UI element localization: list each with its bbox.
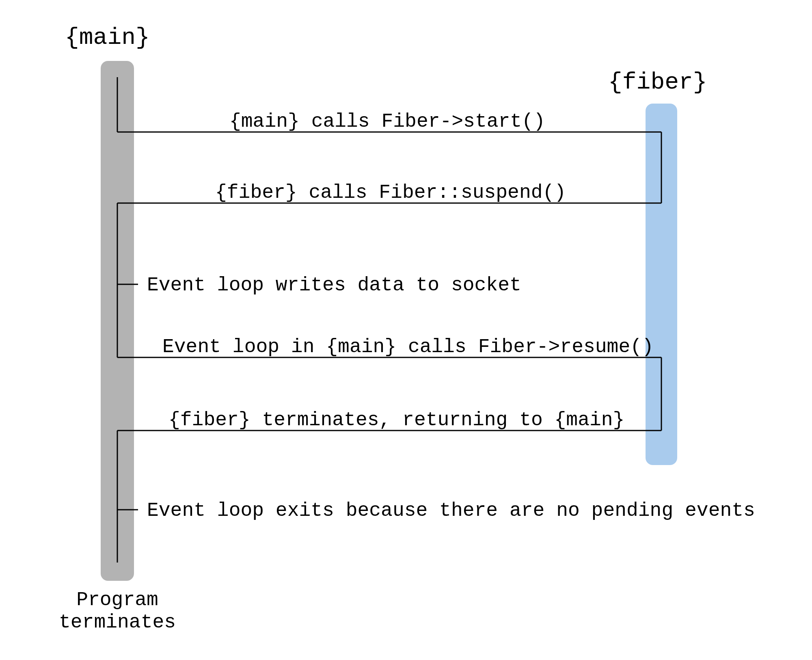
message-1-label: {main} calls Fiber->start() — [229, 110, 545, 132]
message-6-label: Event loop exits because there are no pe… — [147, 500, 755, 522]
program-terminates-label: Program terminates — [59, 589, 176, 634]
sequence-diagram: {main} {fiber} {main} calls Fiber->start… — [0, 0, 812, 660]
message-lines — [0, 0, 812, 660]
message-5-label: {fiber} terminates, returning to {main} — [168, 409, 624, 431]
message-2-label: {fiber} calls Fiber::suspend() — [215, 182, 566, 203]
message-4-label: Event loop in {main} calls Fiber->resume… — [162, 336, 654, 358]
message-3-label: Event loop writes data to socket — [147, 274, 521, 296]
